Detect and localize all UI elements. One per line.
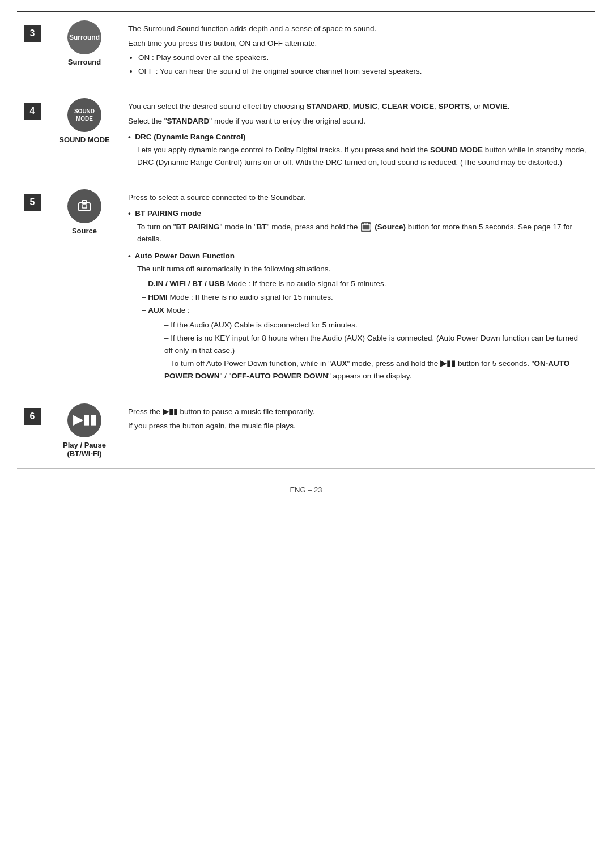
page-number: ENG – 23 (290, 486, 322, 494)
page-container: 3 Surround Surround The Surround Sound f… (17, 11, 595, 494)
source-auto-power-title: • Auto Power Down Function (128, 250, 588, 262)
surround-desc-line2: Each time you press this button, ON and … (128, 37, 588, 50)
table-row: 6 ▶▮▮ Play / Pause(BT/Wi-Fi) Press the ▶… (17, 395, 595, 468)
source-auto-power-item-3: AUX Mode : If the Audio (AUX) Cable is d… (142, 304, 588, 382)
number-badge-4: 4 (24, 103, 41, 120)
surround-icon: Surround (67, 20, 101, 54)
svg-rect-0 (79, 203, 90, 211)
icon-cell-surround: Surround Surround (48, 12, 121, 90)
surround-label: Surround (54, 58, 114, 66)
source-desc-1: Press to select a source connected to th… (128, 192, 588, 204)
play-pause-glyph: ▶▮▮ (73, 412, 96, 427)
source-inline-icon (361, 222, 371, 232)
sound-mode-desc-2: Select the "STANDARD" mode if you want t… (128, 115, 588, 127)
svg-rect-3 (82, 205, 87, 208)
source-label: Source (54, 227, 114, 235)
surround-desc-line1: The Surround Sound function adds depth a… (128, 23, 588, 35)
number-badge-6: 6 (24, 408, 41, 425)
icon-cell-play-pause: ▶▮▮ Play / Pause(BT/Wi-Fi) (48, 395, 121, 468)
page-footer: ENG – 23 (17, 486, 595, 494)
sound-mode-icon: SOUNDMODE (67, 98, 101, 132)
play-pause-desc-2: If you press the button again, the music… (128, 420, 588, 432)
source-aux-list: If the Audio (AUX) Cable is disconnected… (164, 319, 588, 382)
source-description: Press to select a source connected to th… (121, 181, 595, 395)
play-pause-label: Play / Pause(BT/Wi-Fi) (54, 441, 114, 458)
sound-mode-drc-desc: Lets you apply dynamic range control to … (137, 144, 588, 168)
row-number-5: 5 (17, 181, 48, 395)
surround-description: The Surround Sound function adds depth a… (121, 12, 595, 90)
source-auto-power-item-2: HDMI Mode : If there is no audio signal … (142, 291, 588, 304)
source-auto-power-desc: The unit turns off automatically in the … (137, 263, 588, 275)
icon-cell-sound-mode: SOUNDMODE SOUND MODE (48, 90, 121, 181)
row-number-6: 6 (17, 395, 48, 468)
number-badge-3: 3 (24, 25, 41, 42)
source-aux-item-1: If the Audio (AUX) Cable is disconnected… (164, 319, 588, 331)
surround-list-item-2: OFF : You can hear the sound of the orig… (138, 65, 588, 78)
number-badge-5: 5 (24, 194, 41, 211)
table-row: 3 Surround Surround The Surround Sound f… (17, 12, 595, 90)
source-auto-power-list: D.IN / WIFI / BT / USB Mode : If there i… (142, 278, 588, 382)
play-pause-desc-1: Press the ▶▮▮ button to pause a music fi… (128, 406, 588, 418)
sound-mode-label: SOUND MODE (54, 135, 114, 144)
play-pause-icon: ▶▮▮ (67, 403, 101, 437)
row-number-3: 3 (17, 12, 48, 90)
source-auto-power-item-1: D.IN / WIFI / BT / USB Mode : If there i… (142, 278, 588, 290)
source-aux-item-3: To turn off Auto Power Down function, wh… (164, 358, 588, 382)
table-row: 5 Source (17, 181, 595, 395)
icon-cell-source: Source (48, 181, 121, 395)
play-pause-description: Press the ▶▮▮ button to pause a music fi… (121, 395, 595, 468)
surround-list-item-1: ON : Play sound over all the speakers. (138, 52, 588, 64)
sound-mode-desc-1: You can select the desired sound effect … (128, 100, 588, 113)
sound-mode-description: You can select the desired sound effect … (121, 90, 595, 181)
surround-list: ON : Play sound over all the speakers. O… (138, 52, 588, 77)
source-svg-icon (76, 198, 92, 214)
source-bt-pairing-desc: To turn on "BT PAIRING" mode in "BT" mod… (137, 221, 588, 245)
row-number-4: 4 (17, 90, 48, 181)
source-small-icon (361, 222, 371, 232)
sound-mode-drc-title: • DRC (Dynamic Range Control) (128, 131, 588, 143)
source-bt-pairing-title: • BT PAIRING mode (128, 207, 588, 220)
table-row: 4 SOUNDMODE SOUND MODE You can select th… (17, 90, 595, 181)
source-aux-item-2: If there is no KEY input for 8 hours whe… (164, 332, 588, 356)
main-table: 3 Surround Surround The Surround Sound f… (17, 11, 595, 469)
source-icon (54, 189, 114, 223)
